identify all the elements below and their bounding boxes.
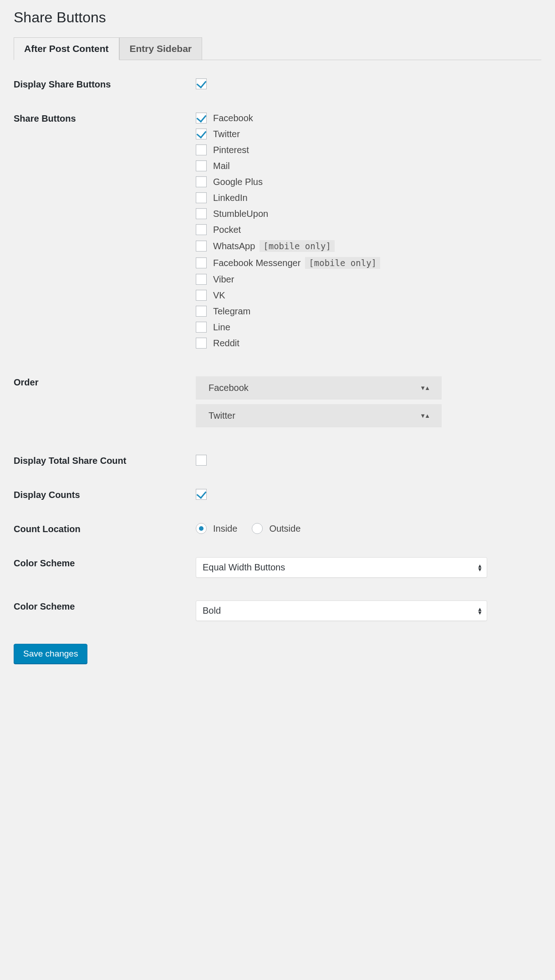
tabs: After Post Content Entry Sidebar: [14, 37, 541, 60]
checkbox-share-vk[interactable]: [196, 290, 207, 301]
share-button-item: Google Plus: [196, 176, 541, 187]
checkbox-display-share-buttons[interactable]: [196, 78, 207, 89]
radio-group-count-location: Inside Outside: [196, 523, 541, 534]
select-layout[interactable]: Equal Width Buttons: [196, 557, 487, 578]
share-button-item: Pinterest: [196, 144, 541, 155]
radio-inside[interactable]: [196, 523, 207, 534]
radio-label-outside: Outside: [269, 523, 300, 534]
share-button-item: WhatsApp[mobile only]: [196, 240, 541, 252]
label-color-scheme-1: Color Scheme: [14, 557, 196, 569]
tab-entry-sidebar[interactable]: Entry Sidebar: [119, 37, 203, 60]
order-list: Facebook▼▲Twitter▼▲: [196, 376, 541, 432]
share-button-item: Facebook Messenger[mobile only]: [196, 257, 541, 269]
checkbox-share-whatsapp[interactable]: [196, 241, 207, 251]
order-item-label: Twitter: [209, 410, 235, 421]
label-share-buttons: Share Buttons: [14, 113, 196, 124]
sort-handle-icon[interactable]: ▼▲: [420, 385, 429, 391]
share-button-label: LinkedIn: [213, 193, 248, 203]
sort-handle-icon[interactable]: ▼▲: [420, 412, 429, 419]
share-button-item: Facebook: [196, 113, 541, 123]
checkbox-share-facebook-messenger[interactable]: [196, 257, 207, 268]
checkbox-share-google-plus[interactable]: [196, 176, 207, 187]
checkbox-share-pocket[interactable]: [196, 224, 207, 235]
share-button-item: Twitter: [196, 128, 541, 139]
checkbox-share-stumbleupon[interactable]: [196, 208, 207, 219]
select-color-scheme[interactable]: Bold: [196, 600, 487, 621]
share-button-item: Reddit: [196, 338, 541, 349]
share-button-item: Telegram: [196, 306, 541, 317]
save-changes-button[interactable]: Save changes: [14, 644, 87, 664]
share-button-label: Pocket: [213, 225, 241, 235]
tab-after-post-content[interactable]: After Post Content: [14, 37, 119, 60]
order-item[interactable]: Twitter▼▲: [196, 404, 442, 427]
share-button-label: WhatsApp: [213, 241, 255, 251]
mobile-only-badge: [mobile only]: [260, 240, 335, 252]
label-order: Order: [14, 376, 196, 388]
checkbox-display-total-share-count[interactable]: [196, 455, 207, 466]
checkbox-share-linkedin[interactable]: [196, 192, 207, 203]
share-button-label: Google Plus: [213, 177, 263, 187]
checkbox-share-telegram[interactable]: [196, 306, 207, 317]
checkbox-share-line[interactable]: [196, 322, 207, 333]
share-button-item: Line: [196, 322, 541, 333]
share-button-label: Mail: [213, 161, 230, 171]
share-buttons-list: FacebookTwitterPinterestMailGoogle PlusL…: [196, 113, 541, 349]
share-button-label: Viber: [213, 274, 234, 285]
share-button-item: Viber: [196, 274, 541, 285]
share-button-label: Reddit: [213, 338, 239, 349]
label-count-location: Count Location: [14, 523, 196, 534]
share-button-item: LinkedIn: [196, 192, 541, 203]
checkbox-share-reddit[interactable]: [196, 338, 207, 349]
label-display-total-share-count: Display Total Share Count: [14, 455, 196, 466]
share-button-label: Twitter: [213, 129, 240, 139]
share-button-label: StumbleUpon: [213, 209, 268, 219]
share-button-label: Facebook Messenger: [213, 258, 300, 268]
checkbox-display-counts[interactable]: [196, 489, 207, 500]
share-button-item: Pocket: [196, 224, 541, 235]
share-button-label: Facebook: [213, 113, 253, 123]
share-button-item: Mail: [196, 160, 541, 171]
order-item[interactable]: Facebook▼▲: [196, 376, 442, 400]
radio-outside[interactable]: [252, 523, 263, 534]
share-button-label: VK: [213, 290, 225, 301]
share-button-label: Telegram: [213, 306, 250, 317]
checkbox-share-pinterest[interactable]: [196, 144, 207, 155]
share-button-label: Pinterest: [213, 145, 249, 155]
share-button-label: Line: [213, 322, 230, 333]
share-button-item: VK: [196, 290, 541, 301]
share-button-item: StumbleUpon: [196, 208, 541, 219]
checkbox-share-twitter[interactable]: [196, 128, 207, 139]
checkbox-share-facebook[interactable]: [196, 113, 207, 123]
label-color-scheme-2: Color Scheme: [14, 600, 196, 612]
checkbox-share-mail[interactable]: [196, 160, 207, 171]
mobile-only-badge: [mobile only]: [305, 257, 380, 269]
label-display-share-buttons: Display Share Buttons: [14, 78, 196, 90]
label-display-counts: Display Counts: [14, 489, 196, 500]
order-item-label: Facebook: [209, 383, 249, 393]
page-title: Share Buttons: [14, 9, 541, 26]
radio-label-inside: Inside: [213, 523, 237, 534]
checkbox-share-viber[interactable]: [196, 274, 207, 285]
